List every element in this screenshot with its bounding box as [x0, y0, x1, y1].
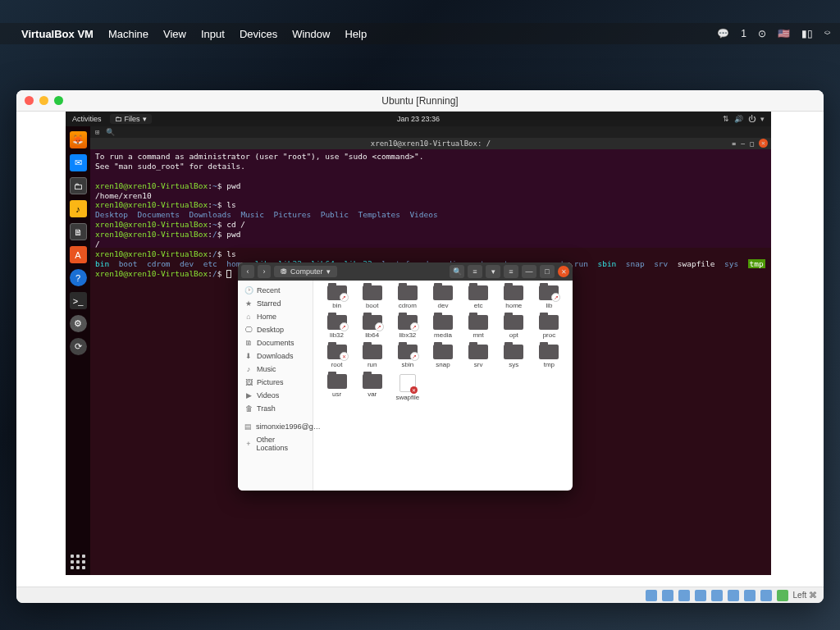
sidebar-item-home[interactable]: ⌂Home: [238, 310, 313, 323]
maximize-icon[interactable]: □: [750, 139, 754, 150]
sidebar-item-other-locations[interactable]: +Other Locations: [238, 433, 313, 454]
hdd-icon[interactable]: [646, 590, 657, 601]
file-item-usr[interactable]: usr: [320, 374, 354, 402]
file-item-mnt[interactable]: mnt: [462, 315, 495, 343]
close-icon[interactable]: ✕: [759, 139, 768, 148]
file-item-dev[interactable]: dev: [426, 285, 459, 313]
file-item-etc[interactable]: etc: [462, 285, 495, 313]
file-item-media[interactable]: media: [426, 315, 459, 343]
volume-icon[interactable]: 🔊: [734, 115, 743, 123]
activities-button[interactable]: Activities: [72, 115, 102, 123]
file-item-libx32[interactable]: libx32: [390, 315, 424, 343]
file-item-lib32[interactable]: lib32: [320, 315, 354, 343]
sidebar-item-simonxie-g-[interactable]: ▤simonxie1996@g…: [238, 420, 313, 433]
file-item-sys[interactable]: sys: [497, 345, 531, 372]
menu-input[interactable]: Input: [201, 28, 225, 40]
chat-icon[interactable]: 💬: [717, 28, 729, 39]
clock[interactable]: Jan 23 23:36: [397, 115, 440, 123]
window-controls[interactable]: [25, 96, 63, 105]
menu-machine[interactable]: Machine: [108, 28, 148, 40]
list-view-button[interactable]: ≡: [468, 265, 482, 278]
shared-folder-icon[interactable]: [728, 590, 739, 601]
sidebar-item-recent[interactable]: 🕑Recent: [238, 284, 313, 297]
minimize-icon[interactable]: [39, 96, 48, 105]
dock-terminal[interactable]: >_: [70, 292, 87, 309]
close-button[interactable]: ✕: [558, 266, 569, 277]
zoom-icon[interactable]: [54, 96, 63, 105]
file-item-snap[interactable]: snap: [426, 345, 459, 372]
forward-button[interactable]: ›: [258, 265, 271, 278]
file-item-tmp[interactable]: tmp: [532, 345, 566, 372]
cpu-icon[interactable]: [777, 590, 788, 601]
play-icon[interactable]: ⊙: [758, 28, 766, 39]
sidebar-item-videos[interactable]: ▶Videos: [238, 389, 313, 402]
sidebar-item-music[interactable]: ♪Music: [238, 363, 313, 376]
search-icon[interactable]: 🔍: [106, 128, 115, 136]
wifi-icon[interactable]: ⌔: [824, 28, 830, 39]
sidebar-item-documents[interactable]: 🗎Documents: [238, 336, 313, 349]
menu-view[interactable]: View: [163, 28, 186, 40]
battery-icon[interactable]: ▮▯: [801, 28, 813, 39]
file-item-bin[interactable]: bin: [320, 285, 354, 313]
flag-icon[interactable]: 🇺🇸: [778, 28, 790, 39]
file-item-srv[interactable]: srv: [462, 345, 495, 372]
terminal-body[interactable]: To run a command as administrator (user …: [90, 149, 771, 281]
file-item-sbin[interactable]: sbin: [390, 345, 424, 372]
appmenu-files[interactable]: 🗀 Files ▾: [110, 114, 152, 124]
dock-thunderbird[interactable]: ✉: [70, 154, 87, 171]
close-icon[interactable]: [25, 96, 34, 105]
menu-icon[interactable]: ≡: [733, 139, 737, 150]
hamburger-button[interactable]: ≡: [504, 265, 518, 278]
usb-icon[interactable]: [711, 590, 723, 601]
show-applications[interactable]: [70, 554, 86, 570]
optical-icon[interactable]: [662, 590, 673, 601]
dock-software[interactable]: A: [70, 246, 87, 263]
sidebar-item-downloads[interactable]: ⬇Downloads: [238, 349, 313, 363]
vbox-titlebar[interactable]: Ubuntu [Running]: [16, 90, 824, 112]
maximize-button[interactable]: □: [540, 265, 555, 278]
display-icon[interactable]: [744, 590, 756, 601]
dock-firefox[interactable]: 🦊: [70, 131, 87, 148]
sidebar-item-trash[interactable]: 🗑Trash: [238, 402, 313, 415]
file-item-var[interactable]: var: [355, 374, 389, 402]
audio-icon[interactable]: [678, 590, 690, 601]
file-item-cdrom[interactable]: cdrom: [390, 285, 424, 313]
path-bar[interactable]: ⛃ Computer ▾: [274, 266, 337, 277]
view-options-button[interactable]: ▾: [486, 265, 500, 278]
menu-help[interactable]: Help: [345, 28, 367, 40]
recording-icon[interactable]: [760, 590, 772, 601]
file-item-lib64[interactable]: lib64: [355, 315, 389, 343]
new-tab-icon[interactable]: ⊞: [95, 128, 99, 136]
minimize-button[interactable]: —: [522, 265, 536, 278]
back-button[interactable]: ‹: [241, 265, 254, 278]
files-grid[interactable]: binbootcdromdevetchomeliblib32lib64libx3…: [313, 281, 573, 491]
files-window[interactable]: ‹ › ⛃ Computer ▾ 🔍 ≡ ▾ ≡ — □ ✕ 🕑Recent★S…: [238, 262, 573, 491]
file-item-proc[interactable]: proc: [532, 315, 566, 343]
dock-settings[interactable]: ⚙: [70, 315, 87, 332]
chevron-down-icon[interactable]: ▾: [760, 115, 765, 123]
dock-text-editor[interactable]: 🗎: [70, 223, 87, 240]
sidebar-item-desktop[interactable]: 🖵Desktop: [238, 323, 313, 336]
menu-app[interactable]: VirtualBox VM: [21, 28, 94, 40]
file-item-swapfile[interactable]: swapfile: [390, 374, 424, 402]
file-item-opt[interactable]: opt: [497, 315, 531, 343]
sidebar-item-pictures[interactable]: 🖼Pictures: [238, 376, 313, 389]
dock-help[interactable]: ?: [70, 269, 87, 286]
dock-files[interactable]: 🗀: [70, 177, 87, 194]
sidebar-item-starred[interactable]: ★Starred: [238, 297, 313, 310]
search-button[interactable]: 🔍: [450, 265, 464, 278]
dock-updater[interactable]: ⟳: [70, 338, 87, 355]
dock-rhythmbox[interactable]: ♪: [70, 200, 87, 217]
file-item-root[interactable]: root: [320, 345, 354, 372]
network-icon[interactable]: [695, 590, 706, 601]
file-item-home[interactable]: home: [497, 285, 531, 313]
power-icon[interactable]: ⏻: [748, 115, 756, 123]
menu-devices[interactable]: Devices: [240, 28, 277, 40]
file-item-lib[interactable]: lib: [532, 285, 566, 313]
network-icon[interactable]: ⇅: [723, 115, 729, 123]
minimize-icon[interactable]: —: [741, 139, 745, 150]
terminal-window[interactable]: ⊞ 🔍 xren10@xren10-VirtualBox: / ≡ — □ ✕ …: [90, 126, 771, 248]
file-item-run[interactable]: run: [355, 345, 389, 372]
file-item-boot[interactable]: boot: [355, 285, 389, 313]
menu-window[interactable]: Window: [292, 28, 330, 40]
